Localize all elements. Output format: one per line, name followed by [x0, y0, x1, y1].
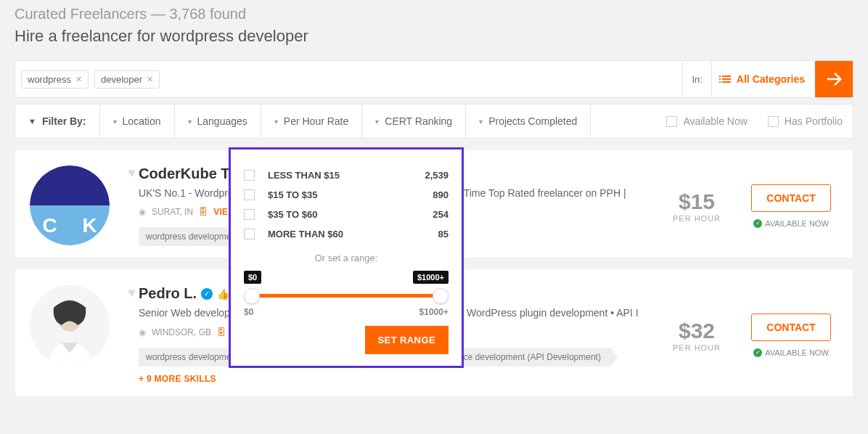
checkbox-icon[interactable]	[244, 209, 255, 220]
freelancer-name[interactable]: Pedro L.	[139, 285, 197, 302]
slider-track	[248, 294, 444, 298]
filter-per-hour-rate[interactable]: ▾Per Hour Rate	[261, 105, 362, 138]
slider-min-label: $0	[244, 307, 253, 317]
rate-option[interactable]: LESS THAN $15 2,539	[244, 165, 449, 185]
more-skills-link[interactable]: + 9 MORE SKILLS	[139, 374, 216, 384]
caret-down-icon: ▾	[375, 118, 379, 126]
hourly-rate: $15	[650, 189, 744, 214]
caret-down-icon: ▾	[274, 118, 278, 126]
rate-count: 890	[433, 189, 449, 200]
freelancer-name[interactable]: CoderKube T.	[139, 165, 232, 182]
pin-icon: ◉	[139, 207, 146, 217]
availability-badge: ✓AVAILABLE NOW	[753, 348, 829, 357]
set-range-button[interactable]: SET RANGE	[365, 326, 449, 354]
page-subtitle: Hire a freelancer for wordpress develope…	[15, 27, 853, 46]
filters-bar: ▼Filter By: ▾Location ▾Languages ▾Per Ho…	[15, 104, 853, 139]
briefcase-icon: 🗄	[199, 207, 208, 217]
caret-down-icon: ▾	[188, 118, 192, 126]
slider-max-label: $1000+	[419, 307, 449, 317]
per-hour-rate-dropdown: LESS THAN $15 2,539 $15 TO $35 890 $35 T…	[229, 147, 464, 368]
slider-min-value: $0	[244, 271, 261, 284]
rate-option[interactable]: $35 TO $60 254	[244, 205, 449, 224]
pin-icon: ◉	[139, 327, 146, 337]
category-selector[interactable]: All Categories	[711, 61, 815, 97]
close-icon[interactable]: ✕	[75, 75, 82, 84]
rate-count: 254	[433, 209, 449, 220]
filter-languages[interactable]: ▾Languages	[175, 105, 261, 138]
freelancer-location: WINDSOR, GB	[152, 327, 211, 337]
search-button[interactable]	[815, 61, 853, 97]
search-tag[interactable]: wordpress✕	[21, 70, 89, 89]
caret-down-icon: ▾	[479, 118, 483, 126]
search-tag[interactable]: developer✕	[94, 70, 160, 89]
filter-has-portfolio[interactable]: Has Portfolio	[758, 105, 853, 138]
thumb-up-icon: 👍	[217, 288, 229, 300]
heart-icon[interactable]: ♥	[128, 165, 136, 181]
verified-icon: ✓	[201, 288, 213, 300]
filter-location[interactable]: ▾Location	[100, 105, 175, 138]
checkbox-icon[interactable]	[244, 229, 255, 239]
contact-button[interactable]: CONTACT	[751, 314, 831, 341]
avatar[interactable]	[30, 285, 110, 365]
contact-button[interactable]: CONTACT	[751, 184, 831, 212]
slider-max-value: $1000+	[413, 271, 449, 284]
close-icon[interactable]: ✕	[147, 75, 153, 84]
filter-projects-completed[interactable]: ▾Projects Completed	[466, 105, 591, 138]
check-icon: ✓	[753, 348, 762, 357]
list-icon	[722, 75, 731, 83]
checkbox-icon[interactable]	[244, 189, 255, 200]
checkbox-icon[interactable]	[768, 116, 779, 127]
view-link[interactable]: VIE	[213, 207, 228, 217]
rate-option[interactable]: MORE THAN $60 85	[244, 224, 449, 244]
filter-by-label: ▼Filter By:	[15, 105, 100, 138]
funnel-icon: ▼	[28, 117, 36, 126]
slider-handle-min[interactable]	[244, 288, 260, 304]
rate-unit: PER HOUR	[650, 343, 744, 352]
search-bar: wordpress✕ developer✕ In: All Categories	[15, 60, 853, 98]
check-icon: ✓	[753, 219, 762, 228]
tag-input-area[interactable]: wordpress✕ developer✕	[15, 61, 682, 97]
or-set-range-label: Or set a range:	[244, 253, 449, 263]
freelancer-location: SURAT, IN	[152, 207, 193, 217]
caret-down-icon: ▾	[113, 118, 117, 126]
rate-count: 2,539	[425, 170, 449, 181]
hourly-rate: $32	[650, 319, 744, 343]
filter-cert-ranking[interactable]: ▾CERT Ranking	[362, 105, 466, 138]
rate-option[interactable]: $15 TO $35 890	[244, 185, 449, 205]
rate-unit: PER HOUR	[650, 214, 744, 223]
filter-available-now[interactable]: Available Now	[656, 105, 757, 138]
rate-slider[interactable]: $0 $1000+ $0 $1000+	[244, 271, 449, 310]
avatar[interactable]: CK	[30, 165, 110, 245]
page-title: Curated Freelancers — 3,768 found	[15, 6, 853, 22]
arrow-right-icon	[824, 69, 844, 89]
rate-count: 85	[438, 229, 449, 239]
heart-icon[interactable]: ♥	[128, 285, 136, 300]
checkbox-icon[interactable]	[244, 170, 255, 181]
in-label: In:	[682, 61, 711, 97]
briefcase-icon: 🗄	[217, 327, 226, 337]
checkbox-icon[interactable]	[666, 116, 677, 127]
availability-badge: ✓AVAILABLE NOW	[753, 219, 829, 228]
slider-handle-max[interactable]	[433, 288, 449, 304]
